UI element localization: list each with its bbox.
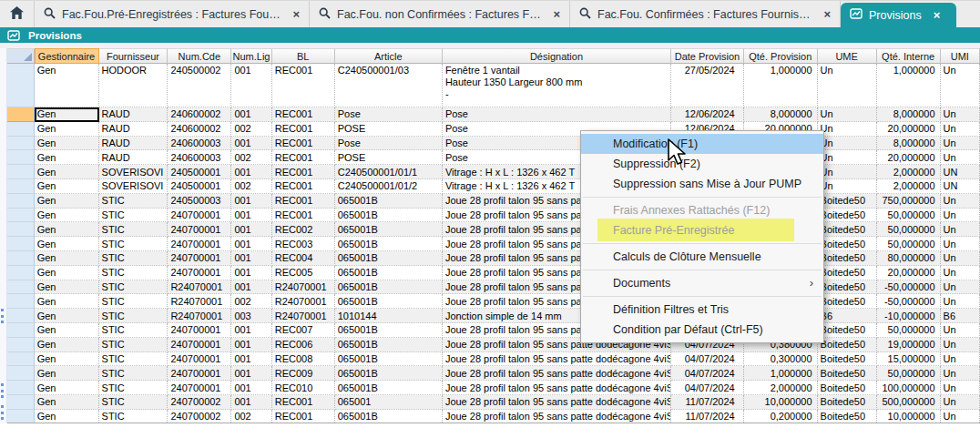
cell-qte-provision[interactable]: 8,000000	[744, 107, 818, 122]
cell-qte-interne[interactable]: 50,000000	[877, 209, 941, 223]
cell-date-provision[interactable]: 12/06/2024	[671, 107, 744, 122]
row-selector[interactable]	[7, 381, 35, 395]
cell-gestionnaire[interactable]: Gen	[35, 366, 99, 381]
cell-num-cde[interactable]: R24070001	[168, 280, 231, 295]
row-selector[interactable]	[7, 338, 35, 352]
cell-article[interactable]: 065001B	[335, 266, 443, 280]
cell-qte-interne[interactable]: 8,000000	[877, 137, 941, 151]
cell-bl[interactable]: REC009	[272, 366, 335, 381]
cell-qte-interne[interactable]: 750,000000	[877, 194, 941, 209]
cell-date-provision[interactable]: 04/07/2024	[671, 366, 744, 381]
cell-num-cde[interactable]: 240700001	[168, 251, 231, 266]
cell-designation[interactable]: Joue 28 profil talon 95 sans patte dodéc…	[443, 395, 671, 410]
cell-ume[interactable]: Boitede50	[818, 222, 877, 237]
cell-bl[interactable]: REC001	[272, 209, 335, 223]
cell-fournisseur[interactable]: RAUD	[99, 107, 168, 122]
cell-num-cde[interactable]: 240700001	[168, 338, 231, 352]
cell-gestionnaire[interactable]: Gen	[35, 107, 99, 122]
cell-umi[interactable]: Un	[941, 209, 980, 223]
row-selector[interactable]	[7, 64, 35, 107]
cell-qte-provision[interactable]: 0,300000	[744, 352, 818, 367]
cell-gestionnaire[interactable]: Gen	[35, 165, 99, 179]
cell-date-provision[interactable]: 27/05/2024	[671, 64, 744, 107]
cell-qte-interne[interactable]: 50,000000	[877, 323, 941, 338]
cell-article[interactable]: C240500001/03	[335, 64, 443, 107]
cell-num-cde[interactable]: 240600003	[168, 150, 231, 165]
menu-item-documents[interactable]: Documents›	[581, 273, 823, 293]
cell-gestionnaire[interactable]: Gen	[35, 222, 99, 237]
cell-gestionnaire[interactable]: Gen	[35, 64, 99, 107]
cell-article[interactable]: 065001B	[335, 237, 443, 251]
cell-ume[interactable]: Un	[818, 137, 877, 151]
cell-num-lig[interactable]: 002	[231, 179, 271, 194]
cell-qte-provision[interactable]: 1,000000	[744, 366, 818, 381]
cell-umi[interactable]: Un	[941, 64, 980, 107]
cell-num-cde[interactable]: R24070001	[168, 294, 231, 309]
cell-qte-interne[interactable]: 2,000000	[877, 179, 941, 194]
menubar-title[interactable]: Provisions	[28, 30, 82, 41]
cell-qte-interne[interactable]: -50,000000	[877, 294, 941, 309]
cell-num-lig[interactable]: 001	[231, 395, 271, 410]
cell-bl[interactable]: REC002	[272, 222, 335, 237]
cell-ume[interactable]: Boitede50	[818, 194, 877, 209]
row-selector[interactable]	[7, 294, 35, 309]
cell-bl[interactable]: REC008	[272, 352, 335, 367]
tab-close-icon[interactable]: ×	[553, 7, 560, 21]
cell-bl[interactable]: REC001	[272, 395, 335, 410]
cell-num-lig[interactable]: 001	[231, 381, 271, 395]
cell-qte-interne[interactable]: 20,000000	[877, 266, 941, 280]
column-header-bl[interactable]: BL	[272, 48, 335, 64]
cell-gestionnaire[interactable]: Gen	[35, 395, 99, 410]
row-selector[interactable]	[7, 237, 35, 251]
row-selector[interactable]	[7, 309, 35, 323]
cell-gestionnaire[interactable]: Gen	[35, 352, 99, 367]
cell-qte-provision[interactable]: 0,200000	[744, 410, 818, 423]
cell-num-lig[interactable]: 002	[231, 150, 271, 165]
cell-gestionnaire[interactable]: Gen	[35, 209, 99, 223]
select-all-corner[interactable]	[7, 48, 35, 64]
column-header-article[interactable]: Article	[335, 48, 443, 64]
cell-num-lig[interactable]: 001	[231, 209, 271, 223]
cell-date-provision[interactable]: 04/07/2024	[671, 352, 744, 367]
cell-article[interactable]: 1010144	[335, 309, 443, 323]
cell-umi[interactable]: UN	[941, 165, 980, 179]
cell-bl[interactable]: REC001	[272, 194, 335, 209]
cell-ume[interactable]: Boitede50	[818, 338, 877, 352]
cell-umi[interactable]: Un	[941, 251, 980, 266]
cell-designation[interactable]: Joue 28 profil talon 95 sans patte dodéc…	[443, 381, 671, 395]
cell-article[interactable]: 065001	[335, 395, 443, 410]
cell-qte-provision[interactable]: 1,000000	[744, 64, 818, 107]
cell-num-lig[interactable]: 001	[231, 237, 271, 251]
cell-bl[interactable]: REC006	[272, 338, 335, 352]
cell-ume[interactable]: Un	[818, 122, 877, 137]
cell-article[interactable]: C240500001/01/2	[335, 179, 443, 194]
cell-fournisseur[interactable]: RAUD	[99, 150, 168, 165]
cell-ume[interactable]: Boitede50	[818, 395, 877, 410]
cell-num-cde[interactable]: 240700001	[168, 209, 231, 223]
cell-article[interactable]: 065001B	[335, 222, 443, 237]
tab-close-icon[interactable]: ×	[292, 7, 300, 21]
cell-umi[interactable]: Un	[941, 294, 980, 309]
tab-0[interactable]: Fac.Fou.Pré-Enregistrées : Factures Four…	[35, 1, 310, 27]
cell-bl[interactable]: REC001	[272, 165, 335, 179]
tab-close-icon[interactable]: ×	[934, 8, 941, 22]
cell-umi[interactable]: Un	[941, 137, 980, 151]
cell-umi[interactable]: Un	[941, 122, 980, 137]
cell-fournisseur[interactable]: RAUD	[99, 122, 168, 137]
cell-qte-interne[interactable]: -10,000000	[877, 309, 941, 323]
cell-num-lig[interactable]: 001	[231, 366, 271, 381]
cell-bl[interactable]: REC001	[272, 64, 335, 107]
cell-ume[interactable]: Boitede50	[818, 410, 877, 423]
cell-article[interactable]: 065001B	[335, 352, 443, 367]
cell-ume[interactable]: B6	[818, 309, 877, 323]
cell-fournisseur[interactable]: STIC	[99, 294, 168, 309]
cell-fournisseur[interactable]: STIC	[99, 194, 168, 209]
cell-ume[interactable]: Un	[818, 107, 877, 122]
cell-umi[interactable]: B6	[941, 309, 980, 323]
menu-item-suppression-sans-mise-jour-pump[interactable]: Suppression sans Mise à Jour PUMP	[581, 174, 823, 194]
cell-designation[interactable]: Joue 28 profil talon 95 sans patte dodéc…	[443, 410, 671, 423]
column-header-date-provision[interactable]: Date Provision	[671, 48, 744, 64]
cell-gestionnaire[interactable]: Gen	[35, 137, 99, 151]
cell-num-cde[interactable]: 240700001	[168, 237, 231, 251]
cell-num-lig[interactable]: 002	[231, 294, 271, 309]
